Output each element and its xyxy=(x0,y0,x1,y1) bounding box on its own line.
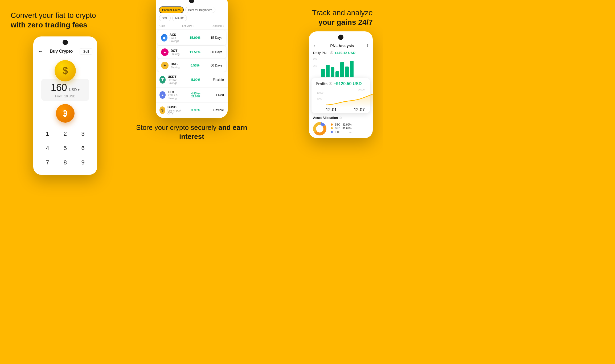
axs-name: AXS xyxy=(170,33,184,37)
x-label-end: 12-07 xyxy=(354,107,365,112)
key-6[interactable]: 6 xyxy=(74,141,92,155)
key-3[interactable]: 3 xyxy=(74,127,92,141)
axs-apy: 15.00% xyxy=(184,36,206,40)
eth-duration: Fixed xyxy=(208,93,224,97)
keypad: 1 2 3 4 5 6 7 8 9 xyxy=(33,124,97,172)
profits-value: +9120.50 USD xyxy=(334,81,362,86)
right-section: Track and analyze your gains 24/7 ← PNL … xyxy=(256,0,383,228)
eth-dot xyxy=(331,131,333,133)
asset-allocation-title: Asset Allocation ⓘ xyxy=(313,116,368,120)
info-icon: ⓘ xyxy=(330,51,333,55)
bnb-dot xyxy=(331,127,333,129)
x-label-start: 12-01 xyxy=(326,107,337,112)
usdt-name: USDT xyxy=(168,75,184,79)
filter-tab-matic[interactable]: MATIC xyxy=(172,15,187,21)
phone-mockup-middle: Popular Coins Best for Beginners SOL MAT… xyxy=(156,0,228,118)
sell-button[interactable]: Sell xyxy=(80,48,92,55)
middle-bottom-text: Store your crypto securely and earn inte… xyxy=(130,123,253,141)
key-7[interactable]: 7 xyxy=(39,155,56,170)
line-chart-svg xyxy=(326,92,373,107)
coin-row-axs[interactable]: ◆ AXS Fixed Savings 15.00% 15 Days xyxy=(157,30,226,45)
btc-label: BTC xyxy=(335,123,340,126)
coin-row-busd[interactable]: $ BUSD Launchpool-CITY 3.90% Flexible xyxy=(156,103,228,118)
eth-name: ETH xyxy=(168,90,184,94)
header-duration: Duration ↕ xyxy=(212,24,224,27)
axs-duration: 15 Days xyxy=(206,36,222,40)
header-coin: Coin xyxy=(159,24,165,27)
bar-7 xyxy=(350,61,354,77)
back-arrow-icon[interactable]: ← xyxy=(38,49,43,54)
bitcoin-coin-icon: ₿ xyxy=(56,104,75,123)
eth-apy: 4.90%~21.60% xyxy=(184,92,208,98)
profits-label: Profits xyxy=(316,82,327,86)
filter-tab-beginners[interactable]: Best for Beginners xyxy=(185,7,215,13)
filter-tab-sol[interactable]: SOL xyxy=(159,15,171,21)
filter-tabs: Popular Coins Best for Beginners SOL MAT… xyxy=(156,0,228,23)
bar-2 xyxy=(326,65,330,77)
busd-name: BUSD xyxy=(167,105,184,109)
phone-notch-left xyxy=(63,40,68,45)
dollar-coin-icon: $ xyxy=(55,60,76,81)
dot-icon: ● xyxy=(161,48,169,56)
from-text: From: 10 USD xyxy=(49,94,81,98)
phone-mockup-right: ← PNL Analysis ⤴ Daily PNL ⓘ +470.12 USD… xyxy=(309,31,373,138)
asset-row-btc: BTC 32.90% xyxy=(331,123,351,126)
profits-info-icon: ⓘ xyxy=(329,82,332,86)
usdt-icon: ₮ xyxy=(159,76,166,84)
bar-1 xyxy=(321,69,325,77)
usdt-apy: 5.00% xyxy=(184,78,208,82)
bnb-apy: 6.53% xyxy=(184,64,206,67)
key-8[interactable]: 8 xyxy=(56,155,74,170)
coin-row-eth[interactable]: ⬥ ETH ETH 2.0 Staking 4.90%~21.60% Fixed xyxy=(156,88,228,103)
middle-section: Popular Coins Best for Beginners SOL MAT… xyxy=(128,0,256,228)
eth-pct: ... xyxy=(349,131,351,134)
key-5[interactable]: 5 xyxy=(56,141,74,155)
bnb-type: Staking xyxy=(171,66,179,69)
share-icon[interactable]: ⤴ xyxy=(366,43,368,48)
dot-apy: 11.51% xyxy=(184,50,206,54)
header-apy: Est. APY ↕ xyxy=(182,24,195,27)
phone-header-right: ← PNL Analysis ⤴ xyxy=(309,31,373,51)
key-9[interactable]: 9 xyxy=(74,155,92,170)
bar-chart-area: 500 250 xyxy=(309,56,373,78)
busd-type: Launchpool-CITY xyxy=(167,109,184,115)
line-chart-area: 10000 10000 5000 0 xyxy=(316,88,366,110)
eth-label-alloc: ETH xyxy=(335,131,340,134)
amount-box: 160 USD ▾ From: 10 USD xyxy=(41,79,89,101)
dot-duration: 30 Days xyxy=(206,50,222,54)
donut-chart xyxy=(313,122,326,135)
pnl-title: PNL Analysis xyxy=(330,44,354,48)
store-headline: Store your crypto securely and earn inte… xyxy=(136,123,248,141)
amount-value: 160 xyxy=(51,82,67,93)
left-headline: Convert your fiat to crypto with zero tr… xyxy=(11,11,96,30)
bnb-duration: 60 Days xyxy=(206,64,222,67)
coin-row-usdt[interactable]: ₮ USDT Flexible Savings 5.00% Flexible xyxy=(156,72,228,88)
filter-tab-popular[interactable]: Popular Coins xyxy=(159,6,184,13)
key-4[interactable]: 4 xyxy=(39,141,56,155)
coin-row-dot[interactable]: ● DOT Staking 11.51% 30 Days xyxy=(157,46,226,59)
eth-type: ETH 2.0 Staking xyxy=(168,94,184,100)
coin-display-area: $ 160 USD ▾ From: 10 USD ₿ xyxy=(33,57,97,124)
asset-row-bnb: BNB 31.65% xyxy=(331,127,351,130)
back-arrow-right-icon[interactable]: ← xyxy=(313,43,318,49)
axs-type: Fixed Savings xyxy=(170,37,184,43)
y-label-10000: 10000 xyxy=(358,88,365,91)
dot-type: Staking xyxy=(171,53,179,56)
main-container: Convert your fiat to crypto with zero tr… xyxy=(0,0,383,228)
asset-allocation-section: Asset Allocation ⓘ BTC xyxy=(309,113,373,138)
profits-row: Profits ⓘ +9120.50 USD xyxy=(316,81,366,86)
coin-row-bnb[interactable]: ✦ BNB Staking 6.53% 60 Days xyxy=(157,59,226,72)
phone-notch-right xyxy=(338,35,343,40)
phone-mockup-left: ← Buy Crypto Sell $ 160 USD ▾ From xyxy=(33,36,97,175)
dot-name: DOT xyxy=(171,49,179,53)
line-chart-x-labels: 12-01 12-07 xyxy=(316,107,366,112)
busd-duration: Flexible xyxy=(208,108,224,112)
key-2[interactable]: 2 xyxy=(56,127,74,141)
bar-5 xyxy=(340,62,344,77)
btc-dot xyxy=(331,123,333,126)
left-section: Convert your fiat to crypto with zero tr… xyxy=(0,0,128,228)
busd-apy: 3.90% xyxy=(184,108,208,112)
bar-chart xyxy=(313,57,368,77)
bnb-pct: 31.65% xyxy=(342,127,351,130)
key-1[interactable]: 1 xyxy=(39,127,56,141)
